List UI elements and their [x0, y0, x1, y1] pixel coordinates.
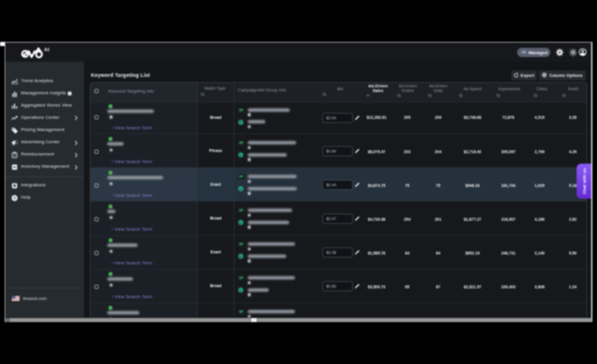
svg-text:?: ? [13, 196, 16, 201]
svg-text:AI: AI [44, 46, 50, 52]
